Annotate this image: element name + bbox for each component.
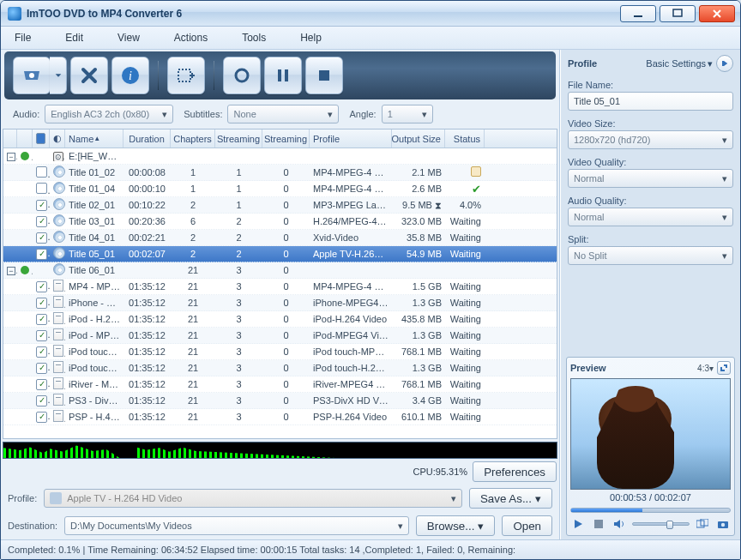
menu-tools[interactable]: Tools: [242, 32, 266, 44]
settings-toggle[interactable]: Basic Settings▾: [646, 58, 713, 69]
cell-chapters: 21: [171, 265, 215, 275]
maximize-button[interactable]: [660, 5, 696, 22]
header-status[interactable]: Status: [445, 129, 485, 148]
row-checkbox[interactable]: [36, 314, 47, 325]
table-row[interactable]: iPod - MP…01:35:122130iPod-MPEG4 Vid…1.3…: [3, 328, 557, 344]
preview-stop-button[interactable]: [591, 516, 606, 532]
table-row[interactable]: Title 01_0200:00:08110MP4-MPEG-4 Vi…2.1 …: [3, 165, 557, 181]
screenshot-copy-button[interactable]: [695, 516, 710, 532]
table-row[interactable]: MP4 - MP…01:35:122130MP4-MPEG-4 Vi…1.5 G…: [3, 279, 557, 295]
cell-size: 2.1 MB: [392, 167, 445, 178]
preview-screen[interactable]: [570, 378, 731, 490]
info-button[interactable]: i: [111, 57, 149, 94]
open-button[interactable]: Open: [502, 515, 552, 536]
row-checkbox[interactable]: [36, 330, 47, 341]
preview-seekbar[interactable]: [570, 508, 731, 513]
header-streaming2[interactable]: Streaming: [262, 129, 310, 148]
audio-quality-dropdown[interactable]: Normal▾: [568, 208, 733, 226]
cell-stream2: 0: [262, 330, 310, 340]
header-profile[interactable]: Profile: [310, 129, 392, 148]
row-checkbox[interactable]: [36, 216, 47, 227]
table-row[interactable]: iPod touc…01:35:122130iPod touch-MPE…768…: [3, 344, 557, 360]
row-checkbox[interactable]: [36, 395, 47, 406]
table-row[interactable]: Title 01_0400:00:10110MP4-MPEG-4 Vi…2.6 …: [3, 181, 557, 197]
audio-quality-label: Audio Quality:: [568, 196, 733, 206]
cell-stream1: 1: [215, 167, 262, 178]
header-name[interactable]: Name ▲: [65, 129, 124, 148]
table-row[interactable]: −⊙E:[HE_W…: [3, 148, 557, 165]
menu-edit[interactable]: Edit: [65, 32, 83, 44]
header-duration[interactable]: Duration: [124, 129, 171, 148]
cell-size: 54.9 MB: [392, 249, 445, 259]
aspect-dropdown[interactable]: 4:3▾: [697, 364, 714, 373]
cell-duration: 00:10:22: [124, 200, 171, 210]
destination-dropdown[interactable]: D:\My Documents\My Videos▾: [64, 516, 409, 535]
row-checkbox[interactable]: [36, 412, 47, 423]
table-row[interactable]: iPhone - …01:35:122130iPhone-MPEG4 …1.3 …: [3, 295, 557, 311]
volume-slider[interactable]: [632, 522, 690, 526]
snapshot-button[interactable]: [715, 516, 731, 532]
load-dvd-button[interactable]: [13, 57, 51, 94]
save-as-button[interactable]: Save As...▾: [469, 488, 552, 509]
row-checkbox[interactable]: [36, 232, 47, 244]
menu-help[interactable]: Help: [300, 32, 322, 44]
cell-size: 1.5 GB: [392, 281, 445, 292]
preferences-button[interactable]: Preferences: [473, 461, 557, 482]
table-row[interactable]: Title 05_0100:02:07220Apple TV-H.264…54.…: [3, 246, 557, 262]
table-row[interactable]: PSP - H.4…01:35:122130PSP-H.264 Video610…: [3, 409, 557, 425]
row-checkbox[interactable]: [36, 379, 47, 390]
header-streaming1[interactable]: Streaming: [215, 129, 262, 148]
cell-stream2: 0: [262, 281, 310, 292]
split-dropdown[interactable]: No Split▾: [568, 246, 733, 265]
angle-dropdown[interactable]: 1▾: [382, 105, 433, 123]
row-checkbox[interactable]: [36, 281, 47, 292]
row-checkbox[interactable]: [36, 183, 47, 194]
collapse-icon[interactable]: −: [7, 153, 15, 161]
row-checkbox[interactable]: [36, 346, 47, 358]
profile-dropdown[interactable]: Apple TV - H.264 HD Video▾: [44, 489, 462, 508]
close-button[interactable]: [699, 5, 735, 22]
menu-actions[interactable]: Actions: [174, 32, 208, 44]
cell-status: Waiting: [445, 379, 485, 389]
audio-dropdown[interactable]: English AC3 2ch (0x80)▾: [45, 105, 173, 123]
minimize-button[interactable]: [620, 5, 656, 22]
volume-icon[interactable]: [611, 516, 627, 532]
filename-input[interactable]: Title 05_01: [568, 92, 733, 111]
table-row[interactable]: iRiver - M…01:35:122130iRiver-MPEG4 Vi…7…: [3, 376, 557, 393]
menu-view[interactable]: View: [117, 32, 140, 44]
menu-file[interactable]: File: [15, 32, 31, 44]
stop-button[interactable]: [305, 57, 343, 94]
header-output-size[interactable]: Output Size: [392, 129, 445, 148]
header-checkbox[interactable]: [33, 129, 50, 148]
row-checkbox[interactable]: [36, 200, 47, 211]
row-checkbox[interactable]: [36, 166, 47, 178]
pause-button[interactable]: [264, 57, 302, 94]
popout-button[interactable]: [717, 361, 731, 375]
table-row[interactable]: PS3 - Div…01:35:122130PS3-DivX HD Vi…3.4…: [3, 393, 557, 409]
table-row[interactable]: Title 04_0100:02:21220Xvid-Video35.8 MBW…: [3, 230, 557, 246]
row-checkbox[interactable]: [36, 298, 47, 309]
row-checkbox[interactable]: [36, 249, 47, 260]
preview-play-button[interactable]: [570, 516, 586, 532]
table-row[interactable]: Title 02_0100:10:22210MP3-MPEG Lay…9.5 M…: [3, 197, 557, 214]
cell-profile: Apple TV-H.264…: [310, 249, 392, 259]
advanced-settings-button[interactable]: [716, 55, 733, 72]
load-dvd-dropdown[interactable]: [50, 57, 67, 94]
video-size-dropdown[interactable]: 1280x720 (hd720)▾: [568, 130, 733, 149]
clip-button[interactable]: [167, 57, 205, 94]
remove-button[interactable]: [70, 57, 108, 94]
header-chapters[interactable]: Chapters: [171, 129, 215, 148]
table-row[interactable]: iPod touc…01:35:122130iPod touch-H.2…1.3…: [3, 360, 557, 376]
collapse-icon[interactable]: −: [7, 267, 15, 275]
subtitles-dropdown[interactable]: None▾: [227, 105, 339, 123]
record-button[interactable]: [223, 57, 261, 94]
browse-button[interactable]: Browse...▾: [416, 515, 496, 536]
row-checkbox[interactable]: [36, 363, 47, 374]
header-type-icon[interactable]: ◐: [50, 129, 65, 148]
cell-status: Waiting: [445, 232, 485, 243]
table-row[interactable]: −Title 06_012130: [3, 262, 557, 279]
table-row[interactable]: Title 03_0100:20:36620H.264/MPEG-4…323.0…: [3, 214, 557, 230]
destination-label: Destination:: [8, 521, 57, 531]
video-quality-dropdown[interactable]: Normal▾: [568, 169, 733, 188]
table-row[interactable]: iPod - H.2…01:35:122130iPod-H.264 Video4…: [3, 311, 557, 328]
